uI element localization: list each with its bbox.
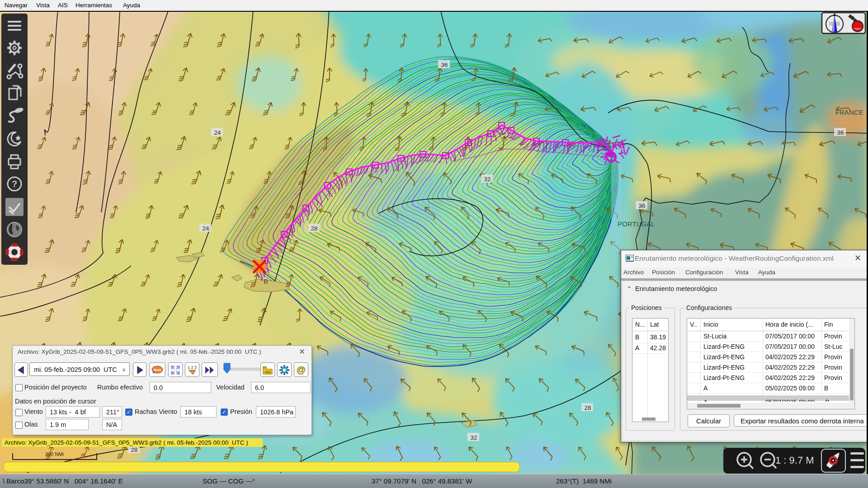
svg-text:Now: Now [154, 368, 162, 372]
svg-text:32: 32 [470, 434, 477, 441]
svg-text:36: 36 [837, 129, 844, 136]
svg-text:PORTUGAL: PORTUGAL [618, 220, 655, 228]
svg-text:FRANCE: FRANCE [835, 108, 863, 116]
svg-text:1 : 9.7 M: 1 : 9.7 M [775, 455, 814, 466]
svg-text:36: 36 [441, 61, 448, 68]
svg-text:1 2 3: 1 2 3 [188, 365, 197, 370]
svg-text:24: 24 [214, 129, 221, 136]
svg-text:32: 32 [484, 176, 491, 183]
svg-text:B: B [264, 277, 268, 285]
svg-text:?: ? [12, 179, 17, 189]
svg-text:28: 28 [131, 446, 137, 453]
svg-text:200 NMi: 200 NMi [45, 451, 64, 457]
svg-text:24: 24 [202, 225, 209, 232]
svg-text:36: 36 [638, 202, 645, 209]
svg-text:28: 28 [311, 225, 317, 232]
svg-text:28: 28 [584, 404, 591, 411]
svg-text:Grib: Grib [264, 371, 270, 374]
